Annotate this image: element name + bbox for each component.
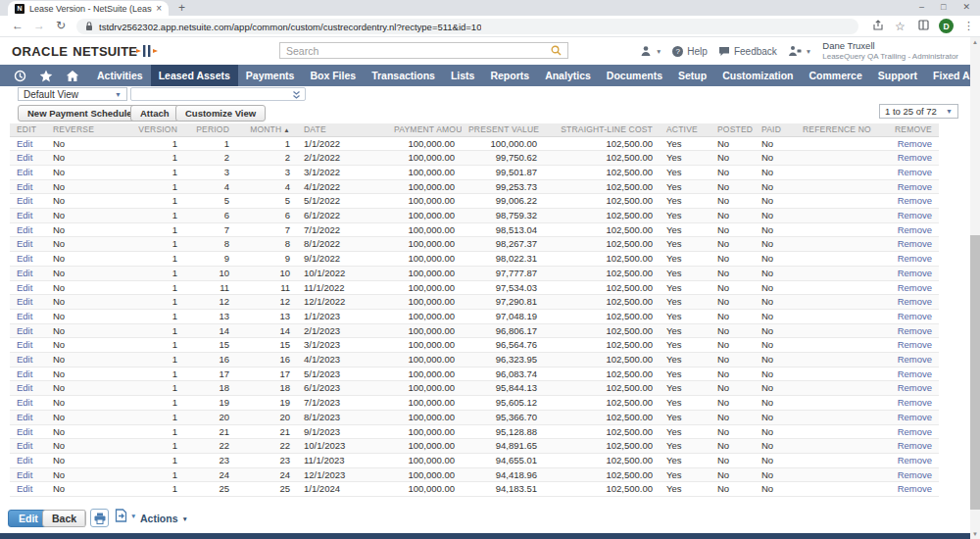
remove-link[interactable]: Remove bbox=[898, 253, 932, 264]
close-window-icon[interactable]: ✕ bbox=[962, 2, 970, 12]
remove-link[interactable]: Remove bbox=[898, 325, 932, 336]
scroll-up-icon[interactable]: ▲ bbox=[970, 37, 980, 47]
feedback-link[interactable]: Feedback bbox=[718, 46, 777, 57]
edit-link[interactable]: Edit bbox=[17, 397, 32, 408]
nav-item-box-files[interactable]: Box Files bbox=[302, 65, 364, 86]
customize-view-button[interactable]: Customize View bbox=[175, 105, 266, 122]
nav-item-payments[interactable]: Payments bbox=[238, 65, 303, 86]
remove-link[interactable]: Remove bbox=[898, 469, 932, 480]
edit-link[interactable]: Edit bbox=[17, 181, 32, 192]
back-icon[interactable]: ← bbox=[12, 19, 24, 32]
remove-link[interactable]: Remove bbox=[898, 210, 932, 220]
edit-link[interactable]: Edit bbox=[17, 382, 32, 393]
edit-link[interactable]: Edit bbox=[17, 238, 32, 249]
column-header-payment_amount[interactable]: PAYMENT AMOUNT bbox=[387, 123, 462, 136]
tab-group-icon[interactable] bbox=[918, 20, 929, 32]
shortcuts-star-icon[interactable] bbox=[39, 70, 53, 82]
remove-link[interactable]: Remove bbox=[898, 152, 932, 163]
attach-button[interactable]: Attach bbox=[130, 105, 179, 122]
nav-item-analytics[interactable]: Analytics bbox=[537, 65, 599, 86]
view-selector[interactable]: Default View ▼ bbox=[18, 87, 127, 101]
edit-link[interactable]: Edit bbox=[17, 167, 32, 177]
remove-link[interactable]: Remove bbox=[898, 224, 932, 235]
tab-close-icon[interactable]: × bbox=[156, 3, 162, 14]
remove-link[interactable]: Remove bbox=[898, 296, 932, 307]
remove-link[interactable]: Remove bbox=[898, 167, 932, 177]
nav-item-setup[interactable]: Setup bbox=[670, 65, 714, 86]
roles-menu[interactable]: ▼ bbox=[640, 45, 662, 57]
column-header-edit[interactable]: EDIT bbox=[10, 123, 46, 136]
scroll-down-icon[interactable]: ▼ bbox=[970, 529, 980, 539]
edit-link[interactable]: Edit bbox=[17, 282, 32, 293]
share-icon[interactable] bbox=[872, 20, 884, 33]
remove-link[interactable]: Remove bbox=[898, 397, 932, 408]
edit-link[interactable]: Edit bbox=[17, 311, 32, 321]
column-header-active[interactable]: ACTIVE bbox=[660, 123, 710, 136]
maximize-icon[interactable]: □ bbox=[941, 2, 946, 12]
back-button[interactable]: Back bbox=[42, 510, 86, 527]
edit-link[interactable]: Edit bbox=[17, 483, 32, 494]
remove-link[interactable]: Remove bbox=[898, 455, 932, 466]
search-icon[interactable] bbox=[551, 45, 562, 56]
edit-link[interactable]: Edit bbox=[17, 455, 32, 466]
nav-item-documents[interactable]: Documents bbox=[599, 65, 670, 86]
remove-link[interactable]: Remove bbox=[898, 382, 932, 393]
remove-link[interactable]: Remove bbox=[898, 426, 932, 437]
remove-link[interactable]: Remove bbox=[898, 412, 932, 422]
address-bar[interactable]: tstdrv2562302.app.netsuite.com/app/commo… bbox=[76, 19, 858, 34]
edit-link[interactable]: Edit bbox=[17, 368, 32, 379]
edit-link[interactable]: Edit bbox=[17, 426, 32, 437]
remove-link[interactable]: Remove bbox=[898, 339, 932, 350]
column-header-reverse[interactable]: REVERSE bbox=[46, 123, 113, 136]
edit-link[interactable]: Edit bbox=[17, 440, 32, 451]
column-header-straight_line_cost[interactable]: STRAIGHT-LINE COST bbox=[544, 123, 660, 136]
export-button[interactable]: ▼ bbox=[115, 509, 136, 522]
global-search[interactable] bbox=[279, 42, 568, 59]
edit-link[interactable]: Edit bbox=[17, 152, 32, 163]
user-block[interactable]: Dane Truxell LeaseQuery QA Trailing - Ad… bbox=[822, 41, 958, 61]
home-icon[interactable] bbox=[66, 70, 79, 82]
collapsed-header-bar[interactable] bbox=[130, 87, 306, 101]
kebab-menu-icon[interactable]: ⋮ bbox=[963, 20, 974, 32]
nav-item-customization[interactable]: Customization bbox=[714, 65, 801, 86]
column-header-version[interactable]: VERSION bbox=[113, 123, 184, 136]
nav-item-transactions[interactable]: Transactions bbox=[364, 65, 443, 86]
remove-link[interactable]: Remove bbox=[898, 311, 932, 321]
nav-item-activities[interactable]: Activities bbox=[89, 65, 151, 86]
browser-tab[interactable]: N Lease Version - NetSuite (LeaseQ × bbox=[8, 1, 169, 16]
edit-link[interactable]: Edit bbox=[17, 268, 32, 278]
remove-link[interactable]: Remove bbox=[898, 282, 932, 293]
scrollbar-thumb[interactable] bbox=[970, 235, 980, 510]
edit-link[interactable]: Edit bbox=[17, 325, 32, 336]
column-header-paid[interactable]: PAID bbox=[755, 123, 796, 136]
edit-link[interactable]: Edit bbox=[17, 138, 32, 149]
bookmark-star-icon[interactable]: ☆ bbox=[895, 20, 906, 33]
edit-link[interactable]: Edit bbox=[17, 210, 32, 220]
edit-link[interactable]: Edit bbox=[17, 469, 32, 480]
search-input[interactable] bbox=[286, 45, 551, 57]
nav-item-support[interactable]: Support bbox=[870, 65, 925, 86]
edit-link[interactable]: Edit bbox=[17, 354, 32, 365]
column-header-period[interactable]: PERIOD bbox=[184, 123, 236, 136]
nav-item-commerce[interactable]: Commerce bbox=[802, 65, 870, 86]
remove-link[interactable]: Remove bbox=[898, 268, 932, 278]
remove-link[interactable]: Remove bbox=[898, 354, 932, 365]
column-header-reference_no[interactable]: REFERENCE NO bbox=[796, 123, 877, 136]
remove-link[interactable]: Remove bbox=[898, 195, 932, 206]
forward-icon[interactable]: → bbox=[33, 19, 45, 32]
edit-link[interactable]: Edit bbox=[17, 296, 32, 307]
page-scrollbar[interactable]: ▲ ▼ bbox=[970, 37, 980, 539]
refresh-icon[interactable]: ↻ bbox=[56, 19, 66, 32]
nav-item-leased-assets[interactable]: Leased Assets bbox=[151, 65, 238, 86]
column-header-date[interactable]: DATE bbox=[297, 123, 387, 136]
new-tab-button[interactable]: + bbox=[178, 1, 185, 15]
edit-link[interactable]: Edit bbox=[17, 224, 32, 235]
edit-link[interactable]: Edit bbox=[17, 412, 32, 422]
edit-link[interactable]: Edit bbox=[17, 253, 32, 264]
browser-avatar[interactable]: D bbox=[939, 19, 954, 33]
edit-link[interactable]: Edit bbox=[17, 339, 32, 350]
column-header-present_value[interactable]: PRESENT VALUE bbox=[462, 123, 544, 136]
remove-link[interactable]: Remove bbox=[898, 138, 932, 149]
edit-link[interactable]: Edit bbox=[17, 195, 32, 206]
help-link[interactable]: ? Help bbox=[672, 46, 708, 57]
